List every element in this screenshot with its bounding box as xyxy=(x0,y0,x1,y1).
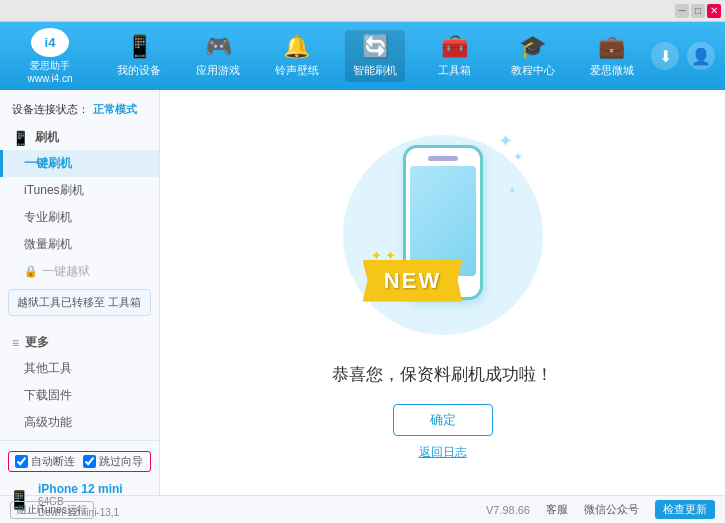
sidebar-item-pro-flash[interactable]: 专业刷机 xyxy=(0,204,159,231)
skip-wizard-label: 跳过向导 xyxy=(99,454,143,469)
more-icon: ≡ xyxy=(12,336,19,350)
logo-icon: i4 xyxy=(31,28,69,57)
sidebar-item-itunes-flash[interactable]: iTunes刷机 xyxy=(0,177,159,204)
sidebar-section-flash: 📱 刷机 xyxy=(0,125,159,150)
other-tools-label: 其他工具 xyxy=(24,361,72,375)
status-label: 设备连接状态： xyxy=(12,102,89,117)
header-actions: ⬇ 👤 xyxy=(651,42,715,70)
sidebar-item-download-firmware[interactable]: 下载固件 xyxy=(0,382,159,409)
header: i4 爱思助手 www.i4.cn 📱 我的设备 🎮 应用游戏 🔔 铃声壁纸 🔄… xyxy=(0,22,725,90)
shop-icon: 💼 xyxy=(598,34,625,60)
device-icon: 📱 xyxy=(126,34,153,60)
sidebar-notice: 越狱工具已转移至 工具箱 xyxy=(8,289,151,316)
toolbox-icon: 🧰 xyxy=(441,34,468,60)
flash-section-icon: 📱 xyxy=(12,130,29,146)
nav-bar: 📱 我的设备 🎮 应用游戏 🔔 铃声壁纸 🔄 智能刷机 🧰 工具箱 🎓 教程中心… xyxy=(100,30,651,82)
nav-apps-games[interactable]: 🎮 应用游戏 xyxy=(188,30,248,82)
user-button[interactable]: 👤 xyxy=(687,42,715,70)
version-label: V7.98.66 xyxy=(486,504,530,516)
close-button[interactable]: ✕ xyxy=(707,4,721,18)
checkbox-group: 自动断连 跳过向导 xyxy=(8,451,151,472)
ribbon: NEW xyxy=(363,260,463,302)
nav-toolbox-label: 工具箱 xyxy=(438,63,471,78)
auto-connect-label: 自动断连 xyxy=(31,454,75,469)
nav-my-device[interactable]: 📱 我的设备 xyxy=(109,30,169,82)
download-icon: ⬇ xyxy=(659,47,672,66)
ringtones-icon: 🔔 xyxy=(283,34,310,60)
logo-text: 爱思助手 xyxy=(30,59,70,73)
auto-connect-checkbox[interactable] xyxy=(15,455,28,468)
wechat-link[interactable]: 微信公众号 xyxy=(584,502,639,517)
jailbreak-label: 一键越狱 xyxy=(42,263,90,280)
tutorial-icon: 🎓 xyxy=(519,34,546,60)
one-click-flash-label: 一键刷机 xyxy=(24,156,72,170)
sidebar-section-more: ≡ 更多 xyxy=(0,328,159,355)
main-area: 设备连接状态： 正常模式 📱 刷机 一键刷机 iTunes刷机 专业刷机 微量刷… xyxy=(0,90,725,495)
nav-smart-flash-label: 智能刷机 xyxy=(353,63,397,78)
nav-ringtones[interactable]: 🔔 铃声壁纸 xyxy=(267,30,327,82)
skip-wizard-checkbox[interactable] xyxy=(83,455,96,468)
apps-icon: 🎮 xyxy=(205,34,232,60)
nav-smart-flash[interactable]: 🔄 智能刷机 xyxy=(345,30,405,82)
nav-micro-shop-label: 爱思微城 xyxy=(590,63,634,78)
wipe-flash-label: 微量刷机 xyxy=(24,237,72,251)
download-button[interactable]: ⬇ xyxy=(651,42,679,70)
logo[interactable]: i4 爱思助手 www.i4.cn xyxy=(10,28,90,84)
auto-connect-checkbox-label[interactable]: 自动断连 xyxy=(15,454,75,469)
bottom-right: V7.98.66 客服 微信公众号 检查更新 xyxy=(486,500,715,519)
sidebar: 设备连接状态： 正常模式 📱 刷机 一键刷机 iTunes刷机 专业刷机 微量刷… xyxy=(0,90,160,495)
nav-tutorial[interactable]: 🎓 教程中心 xyxy=(503,30,563,82)
more-section-label: 更多 xyxy=(25,334,49,351)
skip-wizard-checkbox-label[interactable]: 跳过向导 xyxy=(83,454,143,469)
itunes-button[interactable]: 阻止iTunes运行 xyxy=(10,501,94,519)
new-label: NEW xyxy=(384,268,441,294)
status-bar: 设备连接状态： 正常模式 xyxy=(0,98,159,125)
pro-flash-label: 专业刷机 xyxy=(24,210,72,224)
maximize-button[interactable]: □ xyxy=(691,4,705,18)
user-icon: 👤 xyxy=(691,47,711,66)
success-message: 恭喜您，保资料刷机成功啦！ xyxy=(332,363,553,386)
back-home-link[interactable]: 返回日志 xyxy=(419,444,467,461)
flash-icon: 🔄 xyxy=(362,34,389,60)
sparkle-3: ✦ xyxy=(508,185,516,196)
content-area: ✦ ✦ ✦ ✦ ✦ NEW 恭喜您，保资料刷机成功啦！ 确定 xyxy=(160,90,725,495)
advanced-label: 高级功能 xyxy=(24,415,72,429)
nav-apps-label: 应用游戏 xyxy=(196,63,240,78)
service-link[interactable]: 客服 xyxy=(546,502,568,517)
phone-illustration: ✦ ✦ ✦ ✦ ✦ NEW xyxy=(343,125,543,345)
notice-text: 越狱工具已转移至 工具箱 xyxy=(17,296,141,308)
nav-tutorial-label: 教程中心 xyxy=(511,63,555,78)
sparkle-2: ✦ xyxy=(513,150,523,164)
nav-ringtones-label: 铃声壁纸 xyxy=(275,63,319,78)
nav-my-device-label: 我的设备 xyxy=(117,63,161,78)
sparkle-1: ✦ xyxy=(498,130,513,152)
minimize-button[interactable]: ─ xyxy=(675,4,689,18)
sidebar-footer-divider xyxy=(0,440,159,441)
sidebar-item-one-click-flash[interactable]: 一键刷机 xyxy=(0,150,159,177)
confirm-button[interactable]: 确定 xyxy=(393,404,493,436)
download-firmware-label: 下载固件 xyxy=(24,388,72,402)
status-value: 正常模式 xyxy=(93,102,137,117)
device-name: iPhone 12 mini xyxy=(38,482,123,496)
logo-sub: www.i4.cn xyxy=(27,73,72,84)
update-button[interactable]: 检查更新 xyxy=(655,500,715,519)
sidebar-item-advanced[interactable]: 高级功能 xyxy=(0,409,159,436)
sidebar-item-other-tools[interactable]: 其他工具 xyxy=(0,355,159,382)
title-bar: ─ □ ✕ xyxy=(0,0,725,22)
lock-icon: 🔒 xyxy=(24,265,38,278)
sidebar-item-jailbreak-locked: 🔒 一键越狱 xyxy=(0,258,159,285)
nav-micro-shop[interactable]: 💼 爱思微城 xyxy=(582,30,642,82)
sidebar-item-wipe-flash[interactable]: 微量刷机 xyxy=(0,231,159,258)
flash-section-label: 刷机 xyxy=(35,129,59,146)
nav-toolbox[interactable]: 🧰 工具箱 xyxy=(424,30,484,82)
new-badge: ✦ ✦ NEW xyxy=(363,260,463,315)
itunes-flash-label: iTunes刷机 xyxy=(24,183,84,197)
